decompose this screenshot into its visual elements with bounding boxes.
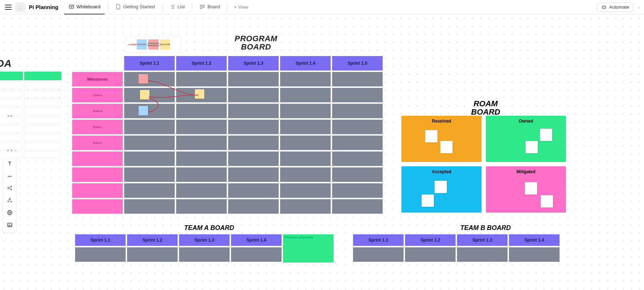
board-cell[interactable] [124,72,175,86]
board-cell[interactable] [332,72,383,86]
board-cell[interactable] [176,104,227,118]
board-cell[interactable] [457,247,508,262]
sprint-header[interactable]: Sprint 1.3 [179,234,230,246]
agenda-cell[interactable] [0,90,23,98]
board-cell[interactable] [179,247,230,262]
board-cell[interactable] [228,183,279,198]
agenda-cell[interactable] [0,125,23,132]
tool-text[interactable] [4,158,15,169]
sticky-note[interactable] [140,90,149,99]
sticky-note[interactable] [540,129,552,141]
agenda-cell[interactable] [0,82,23,89]
row-label[interactable] [72,183,123,198]
tab-getting-started[interactable]: Getting Started [111,0,159,14]
sprint-header[interactable]: Sprint 1.3 [228,56,279,71]
board-cell[interactable] [332,136,383,150]
sprint-header[interactable]: Sprint 1.4 [509,234,560,246]
row-label[interactable]: TEAM B [72,104,123,118]
tool-globe[interactable] [4,207,15,218]
board-cell[interactable] [124,167,175,182]
sticky-note[interactable] [526,141,538,153]
board-cell[interactable] [176,183,227,198]
tool-mindmap[interactable] [4,183,15,193]
board-cell[interactable] [124,136,175,150]
agenda-cell[interactable] [0,116,23,124]
board-cell[interactable] [124,104,175,118]
row-label[interactable] [72,167,123,182]
agenda-cell[interactable] [0,108,23,115]
board-cell[interactable] [124,88,175,102]
board-cell[interactable] [405,247,456,262]
sprint-header[interactable]: Sprint 1.1 [75,234,126,246]
board-cell[interactable] [280,199,331,214]
board-cell[interactable] [124,199,175,214]
agenda-cell[interactable] [24,134,61,141]
agenda-cell[interactable] [24,142,61,150]
row-label[interactable]: TEAM A [72,88,123,102]
sprint-header[interactable]: Sprint 1.1 [124,56,175,71]
board-cell[interactable] [228,72,279,86]
agenda-cell[interactable] [0,151,23,158]
chevron-down-icon[interactable]: ⌄ [638,5,640,9]
objectives-cell[interactable]: PI/Stretch Objectives [283,234,334,263]
sticky-note[interactable] [422,195,434,207]
board-cell[interactable] [228,88,279,102]
board-cell[interactable] [127,247,178,262]
tool-magic[interactable] [4,195,15,206]
board-cell[interactable] [176,88,227,102]
board-cell[interactable] [124,120,175,134]
page-emoji-icon[interactable]: ◌ [15,2,25,12]
board-cell[interactable] [332,120,383,134]
board-cell[interactable] [124,183,175,198]
sprint-header[interactable]: Sprint 1.4 [280,56,331,71]
roam-card[interactable]: Owned [486,116,566,162]
board-cell[interactable] [228,104,279,118]
board-cell[interactable] [228,199,279,214]
board-cell[interactable] [280,152,331,166]
agenda-cell[interactable] [24,151,61,158]
board-cell[interactable] [176,199,227,214]
board-cell[interactable] [280,120,331,134]
sprint-header[interactable]: Sprint 1.1 [353,234,404,246]
tab-whiteboard[interactable]: Whiteboard [64,0,105,14]
row-label[interactable] [72,152,123,166]
board-cell[interactable] [176,167,227,182]
agenda-cell[interactable] [24,99,61,106]
whiteboard-canvas[interactable]: + NDA LEGEND FEATURE SIGNIFICANT [0,14,644,290]
add-view-button[interactable]: + View [231,4,252,10]
board-cell[interactable] [280,136,331,150]
roam-card[interactable]: Resolved [401,116,482,162]
sprint-header[interactable]: Sprint 1.2 [127,234,178,246]
agenda-cell[interactable] [0,134,23,141]
board-cell[interactable] [280,88,331,102]
board-cell[interactable] [228,152,279,166]
board-cell[interactable] [332,167,383,182]
menu-icon[interactable] [4,3,13,12]
tab-list[interactable]: List [165,0,189,14]
tab-board[interactable]: Board [195,0,225,14]
board-cell[interactable] [124,152,175,166]
board-cell[interactable] [176,120,227,134]
sticky-note[interactable] [440,141,453,153]
row-label[interactable]: TEAM C [72,120,123,134]
board-cell[interactable] [332,152,383,166]
board-cell[interactable] [332,104,383,118]
roam-card[interactable]: Mitigated [486,166,566,213]
row-label[interactable]: Milestones [72,72,123,86]
sticky-note[interactable] [139,106,148,115]
sticky-note[interactable] [195,89,204,99]
row-label[interactable] [72,199,123,214]
board-cell[interactable] [280,183,331,198]
sprint-header[interactable]: Sprint 1.2 [176,56,227,71]
sticky-note[interactable] [525,182,537,195]
sprint-header[interactable]: Sprint 1.5 [332,56,383,71]
agenda-cell[interactable] [24,108,61,115]
sprint-header[interactable]: Sprint 1.3 [457,234,508,246]
sticky-note[interactable] [425,130,438,142]
board-cell[interactable] [332,88,383,102]
board-cell[interactable] [176,136,227,150]
board-cell[interactable] [353,247,404,262]
agenda-cell[interactable] [0,142,23,150]
board-cell[interactable] [280,167,331,182]
board-cell[interactable] [228,136,279,150]
